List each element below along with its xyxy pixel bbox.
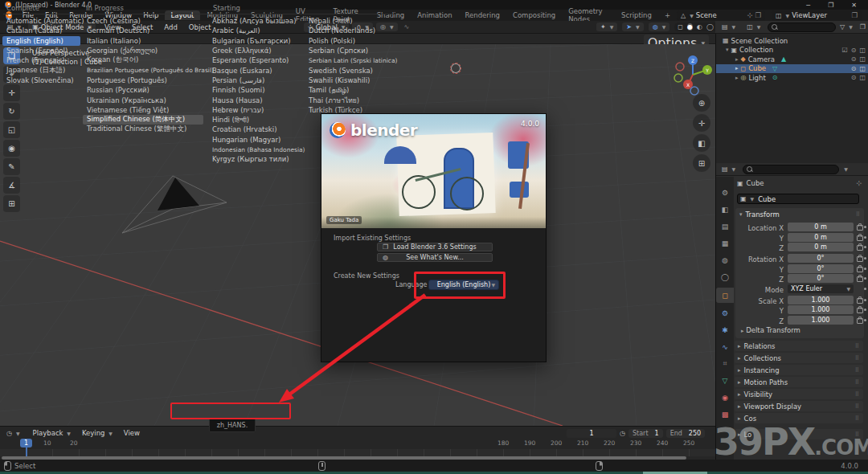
animate-dot[interactable] bbox=[864, 277, 866, 280]
language-option[interactable]: Esperanto (Esperanto) bbox=[208, 55, 305, 65]
proportional-falloff-icon[interactable]: ∿ bbox=[404, 23, 410, 31]
transform-panel-header[interactable]: ▾ Transform ⠿ bbox=[735, 208, 864, 220]
language-option[interactable]: Brazilian Portuguese (Português do Brasi… bbox=[83, 65, 203, 75]
section-custom[interactable]: ▸Cos⠿ bbox=[735, 413, 863, 423]
tab-texture[interactable]: ▩ bbox=[716, 407, 734, 422]
tool-transform[interactable]: ◉ bbox=[3, 140, 20, 157]
language-option[interactable]: Abkhaz (Аԥсуа бызшәа) bbox=[208, 16, 305, 26]
tab-world[interactable]: ◯ bbox=[716, 269, 734, 284]
section-delta-transform[interactable]: ▸ Delta Transform bbox=[741, 326, 800, 334]
language-option[interactable]: Hausa (Hausa) bbox=[208, 95, 305, 104]
language-option[interactable]: Thai (ภาษาไทย) bbox=[305, 95, 396, 104]
panel-grip-icon[interactable]: ⠿ bbox=[856, 211, 860, 218]
language-option[interactable]: French (Français) bbox=[2, 55, 80, 65]
timeline-menu-keying[interactable]: Keying ▼ bbox=[76, 429, 118, 437]
hide-eye-icon[interactable]: ⊙ bbox=[851, 74, 857, 81]
tab-animation[interactable]: Animation bbox=[411, 10, 458, 20]
language-option[interactable]: Japanese (日本語) bbox=[2, 65, 80, 75]
hide-eye-icon[interactable]: ⊙ bbox=[851, 55, 857, 63]
language-option[interactable]: Arabic (العربية) bbox=[208, 26, 305, 35]
language-dropdown[interactable]: English (English) ▼ bbox=[428, 280, 499, 290]
render-camera-icon[interactable]: ◫ bbox=[859, 65, 866, 72]
tool-move[interactable]: ✛ bbox=[3, 84, 20, 101]
language-option[interactable]: Indonesian (Bahasa Indonesia) bbox=[208, 145, 305, 154]
animate-dot[interactable] bbox=[864, 288, 866, 290]
show-gizmo-dropdown[interactable]: ➤▼ bbox=[622, 22, 643, 31]
scale-y-field[interactable]: 1.000 bbox=[788, 305, 854, 314]
shading-material-icon[interactable]: ◐ bbox=[697, 23, 702, 31]
shading-wireframe-icon[interactable]: ◻ bbox=[678, 23, 683, 31]
hide-eye-icon[interactable]: ⊙ bbox=[851, 65, 857, 72]
animate-dot[interactable] bbox=[864, 309, 866, 311]
language-option[interactable]: Ukrainian (Українська) bbox=[83, 95, 203, 104]
location-z-field[interactable]: 0 m bbox=[788, 243, 854, 251]
lock-icon[interactable] bbox=[857, 308, 863, 313]
outliner-filter-dropdown[interactable]: ▽▼ bbox=[836, 22, 857, 31]
language-option[interactable]: Russian (Русский) bbox=[83, 85, 203, 95]
render-camera-icon[interactable]: ◫ bbox=[859, 55, 866, 63]
add-workspace-button[interactable]: + bbox=[658, 10, 677, 20]
language-option[interactable]: Korean (한국어) bbox=[83, 55, 203, 65]
language-option[interactable]: Kyrgyz (Кыргыз тили) bbox=[208, 154, 305, 164]
outliner-scene-collection[interactable]: ▦ Scene Collection bbox=[716, 36, 868, 46]
language-option[interactable]: Czech (Čeština) bbox=[83, 16, 203, 26]
tab-data[interactable]: ▽ bbox=[716, 373, 734, 388]
scene-selector[interactable]: △▼ Scene ⊹ ❐ bbox=[677, 10, 765, 20]
stopwatch-icon[interactable]: ◷ bbox=[620, 430, 625, 437]
pan-hand-icon[interactable]: ✛ bbox=[693, 114, 710, 132]
tab-tool[interactable]: ⚙ bbox=[716, 185, 734, 200]
tab-physics[interactable]: ∿ bbox=[716, 339, 734, 354]
outliner-cube[interactable]: ▸ ◻ Cube ▽ ⊙ ◫ bbox=[716, 64, 868, 74]
section-last[interactable]: ▸Lo⠿ bbox=[735, 429, 863, 439]
whats-new-button[interactable]: ◍ See What's New... bbox=[377, 253, 493, 262]
animate-dot[interactable] bbox=[864, 299, 866, 301]
language-option[interactable]: Automatic (Automatic) bbox=[2, 16, 80, 26]
navigation-gizmo[interactable]: Z Y X bbox=[670, 52, 715, 97]
lock-icon[interactable] bbox=[857, 276, 863, 282]
show-overlays-dropdown[interactable]: ◍▼ bbox=[649, 22, 670, 31]
tool-add-cube[interactable]: ⊞ bbox=[3, 195, 20, 212]
animate-dot[interactable] bbox=[864, 268, 866, 270]
copy-viewlayer-icon[interactable]: ❐ bbox=[851, 11, 858, 19]
minimize-button[interactable]: ─ bbox=[806, 2, 810, 9]
animate-dot[interactable] bbox=[864, 319, 866, 321]
section-viewport-display[interactable]: ▸Viewport Display⠿ bbox=[735, 401, 863, 411]
animate-dot[interactable] bbox=[864, 226, 866, 228]
timeline-editor-dropdown[interactable]: ◷▼ bbox=[2, 429, 24, 438]
language-option[interactable]: Slovak (Slovenčina) bbox=[2, 76, 80, 85]
object-name-field[interactable]: ▣▼ Cube bbox=[737, 194, 859, 204]
outliner-collection[interactable]: ▾ ▣ Collection ☑ ⊙ ◫ bbox=[716, 46, 868, 55]
pin-icon[interactable]: ⊹ bbox=[747, 11, 752, 19]
language-option[interactable]: Dutch (Nederlands) bbox=[305, 26, 396, 35]
scale-x-field[interactable]: 1.000 bbox=[788, 296, 854, 304]
lock-icon[interactable] bbox=[857, 298, 863, 304]
language-option[interactable]: Serbian Latin (Srpski latinica) bbox=[305, 55, 396, 65]
lock-icon[interactable] bbox=[857, 245, 863, 251]
timeline-menu-view[interactable]: View bbox=[118, 429, 145, 437]
tab-object[interactable]: ◻ bbox=[716, 288, 734, 303]
section-collections[interactable]: ▸Collections⠿ bbox=[735, 353, 863, 363]
language-option[interactable]: Portuguese (Português) bbox=[83, 76, 203, 85]
language-option[interactable]: Italian (Italiano) bbox=[83, 36, 203, 46]
outliner-camera[interactable]: ▸ ◆ Camera ▲ ⊙ ◫ bbox=[716, 55, 868, 64]
rotation-mode-dropdown[interactable]: XYZ Euler▼ bbox=[788, 284, 854, 293]
tool-measure[interactable]: ∡ bbox=[3, 177, 20, 194]
language-option[interactable]: German (Deutsch) bbox=[83, 26, 203, 35]
language-option[interactable]: Catalan (Català) bbox=[2, 26, 80, 35]
language-option[interactable]: Croatian (Hrvatski) bbox=[208, 125, 305, 134]
language-option[interactable]: Hebrew (עברית) bbox=[208, 105, 305, 115]
tab-material[interactable]: ◉ bbox=[716, 390, 734, 405]
end-frame-field[interactable]: End 250 bbox=[666, 429, 705, 438]
language-option[interactable]: Polish (Polski) bbox=[305, 36, 396, 46]
outliner-light[interactable]: ▸ ◎ Light ⊙ ⊙ ◫ bbox=[716, 73, 868, 83]
tab-modifiers[interactable]: ⚙ bbox=[716, 305, 734, 321]
language-option[interactable]: Spanish (Español) bbox=[2, 46, 80, 55]
tool-annotate[interactable]: ✎ bbox=[3, 158, 20, 175]
timeline-ruler[interactable]: 10 20 180 190 200 210 220 230 240 250 bbox=[0, 439, 715, 449]
collection-checkbox[interactable]: ☑ bbox=[842, 47, 848, 54]
tab-rendering[interactable]: Rendering bbox=[459, 10, 506, 20]
orthographic-icon[interactable]: ⊞ bbox=[693, 154, 710, 172]
object-visibility-dropdown[interactable]: ✦▼ bbox=[596, 22, 617, 31]
camera-view-icon[interactable]: ◧ bbox=[693, 134, 710, 152]
properties-filter-dropdown[interactable]: ▼ bbox=[844, 166, 848, 172]
